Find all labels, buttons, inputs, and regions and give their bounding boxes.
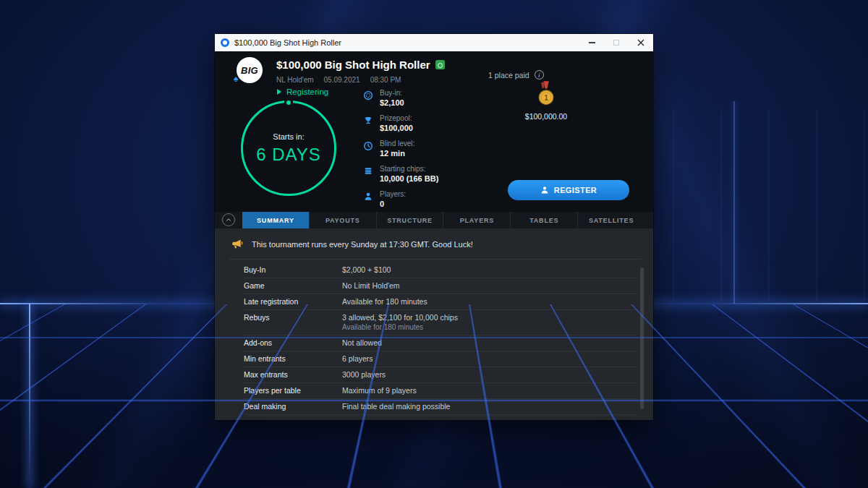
- summary-rows: Buy-In $2,000 + $100 Game No Limit Hold'…: [244, 262, 637, 415]
- background-sky-grid: [673, 108, 868, 302]
- info-icon[interactable]: i: [535, 70, 544, 80]
- chevron-up-icon: [225, 216, 232, 223]
- row-value: 3000 players: [342, 371, 386, 379]
- app-logo-icon: [221, 38, 229, 47]
- row-label: Rebuys: [244, 314, 342, 331]
- player-icon: [363, 192, 373, 202]
- stat-prizepool: Prizepool: $100,000: [363, 114, 438, 133]
- minimize-icon: [589, 42, 595, 43]
- scrollbar[interactable]: [640, 267, 644, 409]
- register-person-icon: [540, 186, 549, 194]
- tournament-time: 08:30 PM: [370, 76, 401, 84]
- stats-list: Buy-in: $2,100 Prizepool: $100,000 Blind…: [363, 89, 438, 209]
- stat-label: Buy-in:: [380, 89, 404, 98]
- countdown-ring: Starts in: 6 DAYS: [241, 100, 336, 196]
- tournament-date: 05.09.2021: [324, 76, 360, 84]
- stat-label: Blind level:: [380, 140, 414, 148]
- stat-value: 12 min: [380, 149, 414, 158]
- clock-icon: [363, 141, 373, 151]
- play-icon: [277, 89, 281, 95]
- stat-buyin: Buy-in: $2,100: [363, 89, 438, 108]
- stat-value: $2,100: [380, 98, 404, 108]
- stat-players: Players: 0: [363, 190, 438, 209]
- maximize-button[interactable]: [604, 34, 629, 51]
- tab-satellites[interactable]: SATELLITES: [577, 212, 644, 228]
- tournament-header: BIG ♠ $100,000 Big Shot High Roller NL H…: [215, 51, 653, 212]
- trophy-icon: [363, 116, 373, 126]
- stat-value: $100,000: [380, 124, 413, 133]
- divider: [229, 259, 641, 260]
- places-paid: 1 place paid i: [488, 70, 544, 80]
- spade-icon: ♠: [234, 74, 238, 83]
- row-late-registration: Late registration Available for 180 minu…: [244, 294, 637, 310]
- stat-label: Prizepool:: [380, 114, 413, 123]
- tournament-window: $100,000 Big Shot High Roller BIG ♠ $100…: [215, 34, 653, 420]
- places-paid-label: 1 place paid: [488, 71, 529, 80]
- megaphone-icon: [231, 239, 243, 249]
- close-button[interactable]: [629, 34, 653, 51]
- summary-panel: This tournament runs every Sunday at 17:…: [215, 228, 653, 420]
- medal-rank: 1: [544, 94, 548, 102]
- row-label: Buy-In: [244, 266, 342, 274]
- stat-starting-chips: Starting chips: 10,000 (166 BB): [363, 165, 438, 184]
- row-value: Available for 180 minutes: [342, 298, 427, 306]
- row-value: $2,000 + $100: [342, 266, 391, 274]
- register-button[interactable]: REGISTER: [508, 180, 629, 200]
- tournament-subtitle: NL Hold'em 05.09.2021 08:30 PM: [276, 76, 401, 84]
- stat-label: Starting chips:: [380, 165, 438, 174]
- tab-tables[interactable]: TABLES: [510, 212, 577, 228]
- row-label: Players per table: [244, 387, 342, 395]
- close-icon: [637, 39, 644, 46]
- row-deal-making: Deal making Final table deal making poss…: [244, 399, 637, 415]
- tab-payouts[interactable]: PAYOUTS: [309, 212, 376, 228]
- row-value: 3 allowed, $2,100 for 10,000 chips: [342, 314, 458, 322]
- row-value: Final table deal making possible: [342, 403, 450, 411]
- row-label: Late registration: [244, 298, 342, 306]
- row-game: Game No Limit Hold'em: [244, 278, 637, 294]
- stat-value: 0: [380, 200, 406, 209]
- row-value: No Limit Hold'em: [342, 282, 400, 290]
- collapse-button[interactable]: [222, 213, 235, 226]
- countdown-value: 6 DAYS: [256, 145, 321, 165]
- big-logo: BIG: [237, 57, 263, 83]
- row-label: Add-ons: [244, 339, 342, 347]
- big-logo-text: BIG: [241, 65, 258, 76]
- row-add-ons: Add-ons Not allowed: [244, 335, 637, 351]
- registration-status: Registering: [277, 87, 328, 96]
- registration-status-label: Registering: [286, 87, 328, 96]
- row-value-secondary: Available for 180 minutes: [342, 324, 458, 331]
- tab-players[interactable]: PLAYERS: [443, 212, 510, 228]
- row-buy-in: Buy-In $2,000 + $100: [244, 262, 637, 278]
- row-value: Maximum of 9 players: [342, 387, 417, 395]
- stat-label: Players:: [380, 190, 406, 199]
- background-glow-line-right: [733, 101, 735, 304]
- stat-blind-level: Blind level: 12 min: [363, 140, 438, 158]
- minimize-button[interactable]: [579, 34, 604, 51]
- tab-summary[interactable]: SUMMARY: [242, 212, 309, 228]
- row-players-per-table: Players per table Maximum of 9 players: [244, 383, 637, 399]
- chip-icon: [363, 90, 373, 100]
- window-title: $100,000 Big Shot High Roller: [234, 38, 579, 47]
- announcement-text: This tournament runs every Sunday at 17:…: [252, 240, 473, 249]
- first-place-prize: 1 $100,000.00: [511, 80, 581, 121]
- row-label: Max entrants: [244, 371, 342, 379]
- row-label: Min entrants: [244, 355, 342, 363]
- register-button-label: REGISTER: [554, 186, 597, 194]
- announcement: This tournament runs every Sunday at 17:…: [215, 228, 653, 259]
- tab-structure[interactable]: STRUCTURE: [376, 212, 443, 228]
- row-value: 6 players: [342, 355, 373, 363]
- prize-amount: $100,000.00: [525, 112, 567, 121]
- row-label: Deal making: [244, 403, 342, 411]
- row-rebuys: Rebuys 3 allowed, $2,100 for 10,000 chip…: [244, 310, 637, 335]
- game-type: NL Hold'em: [276, 76, 314, 84]
- window-controls: [579, 34, 653, 51]
- green-badge-icon: [435, 60, 445, 69]
- chips-stack-icon: [363, 166, 373, 176]
- medal-icon: 1: [535, 80, 557, 108]
- row-max-entrants: Max entrants 3000 players: [244, 367, 637, 383]
- countdown-label: Starts in:: [273, 132, 304, 141]
- tabs: SUMMARY PAYOUTS STRUCTURE PLAYERS TABLES…: [242, 212, 644, 228]
- row-min-entrants: Min entrants 6 players: [244, 351, 637, 367]
- window-titlebar: $100,000 Big Shot High Roller: [215, 34, 653, 51]
- row-value: Not allowed: [342, 339, 382, 347]
